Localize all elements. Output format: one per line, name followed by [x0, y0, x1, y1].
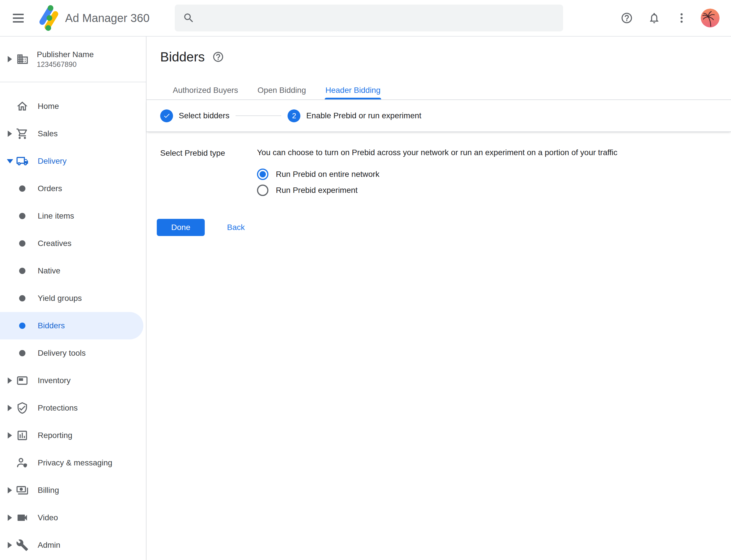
tab-header-bidding[interactable]: Header Bidding — [325, 81, 381, 99]
bullet-dot-icon — [16, 237, 29, 250]
wrench-icon — [16, 539, 29, 551]
triangle-right-icon — [8, 487, 12, 493]
avatar-palm-tree[interactable] — [701, 9, 720, 27]
stepper: Select bidders 2 Enable Prebid or run ex… — [147, 100, 731, 132]
tab-authorized-buyers[interactable]: Authorized Buyers — [172, 81, 239, 99]
triangle-right-icon — [8, 515, 12, 521]
triangle-right-icon — [8, 377, 12, 384]
sidebar-item-video[interactable]: Video — [0, 504, 143, 531]
bullet-dot-icon — [16, 347, 29, 359]
bullet-dot-icon — [16, 319, 29, 332]
publisher-id: 1234567890 — [37, 60, 94, 69]
bullet-dot-icon — [16, 210, 29, 222]
back-button[interactable]: Back — [221, 219, 251, 236]
sidebar-item-billing[interactable]: Billing — [0, 477, 143, 504]
ad-manager-logo — [38, 4, 59, 32]
sidebar-item-protections[interactable]: Protections — [0, 394, 143, 422]
prebid-type-section: Select Prebid type You can choose to tur… — [147, 132, 731, 198]
prebid-type-label: Select Prebid type — [160, 147, 257, 198]
search-icon — [183, 12, 195, 24]
triangle-right-icon — [8, 56, 12, 62]
shield-check-icon — [16, 402, 29, 414]
sidebar-nav: Home Sales Delivery — [0, 82, 146, 559]
sidebar-item-sales[interactable]: Sales — [0, 120, 143, 147]
search-input[interactable] — [202, 13, 555, 23]
step-1-completed-check-icon — [160, 109, 173, 122]
sidebar-item-home[interactable]: Home — [0, 93, 143, 120]
bullet-dot-icon — [16, 182, 29, 195]
triangle-right-icon — [8, 405, 12, 411]
bullet-dot-icon — [16, 292, 29, 305]
home-icon — [16, 100, 29, 113]
triangle-down-icon — [7, 159, 13, 163]
sidebar-item-reporting[interactable]: Reporting — [0, 422, 143, 449]
sidebar-item-yield-groups[interactable]: Yield groups — [0, 285, 143, 312]
top-app-bar: Ad Manager 360 — [0, 0, 731, 37]
sidebar: Publisher Name 1234567890 Home — [0, 37, 147, 560]
payments-icon — [16, 484, 29, 497]
building-icon — [16, 53, 29, 65]
step-2-number: 2 — [288, 109, 301, 122]
cart-icon — [16, 127, 29, 140]
sidebar-item-bidders[interactable]: Bidders — [0, 312, 143, 339]
video-camera-icon — [16, 511, 29, 524]
more-vertical-icon[interactable] — [671, 7, 692, 29]
sidebar-item-line-items[interactable]: Line items — [0, 202, 143, 230]
sidebar-item-orders[interactable]: Orders — [0, 175, 143, 202]
sidebar-item-delivery-tools[interactable]: Delivery tools — [0, 339, 143, 367]
sidebar-item-admin[interactable]: Admin — [0, 531, 143, 559]
main-content: Bidders Authorized Buyers Open Bidding H… — [147, 37, 731, 560]
help-icon[interactable] — [616, 7, 637, 29]
sidebar-item-inventory[interactable]: Inventory — [0, 367, 143, 394]
tab-open-bidding[interactable]: Open Bidding — [257, 81, 307, 99]
publisher-name: Publisher Name — [37, 49, 94, 60]
sidebar-item-native[interactable]: Native — [0, 257, 143, 285]
done-button[interactable]: Done — [157, 219, 205, 236]
triangle-right-icon — [8, 131, 12, 137]
bullet-dot-icon — [16, 265, 29, 277]
step-2-label: Enable Prebid or run experiment — [306, 111, 421, 120]
ad-unit-icon — [16, 374, 29, 387]
sidebar-item-delivery[interactable]: Delivery — [0, 147, 143, 175]
prebid-type-description: You can choose to turn on Prebid across … — [257, 147, 731, 158]
form-actions: Done Back — [157, 219, 731, 236]
search-bar[interactable] — [175, 5, 563, 31]
bar-chart-icon — [16, 429, 29, 442]
triangle-right-icon — [8, 542, 12, 548]
triangle-right-icon — [8, 432, 12, 439]
radio-selected-icon — [257, 169, 269, 180]
publisher-switcher[interactable]: Publisher Name 1234567890 — [0, 37, 146, 82]
person-shield-icon — [16, 457, 29, 469]
notifications-bell-icon[interactable] — [644, 7, 665, 29]
help-icon[interactable] — [212, 51, 224, 63]
app-title: Ad Manager 360 — [65, 12, 150, 25]
radio-unselected-icon — [257, 185, 269, 196]
radio-run-prebid-experiment[interactable]: Run Prebid experiment — [257, 182, 731, 198]
page-title: Bidders — [160, 49, 205, 65]
radio-run-prebid-entire-network[interactable]: Run Prebid on entire network — [257, 166, 731, 182]
step-connector — [236, 115, 281, 116]
truck-icon — [16, 155, 29, 167]
sidebar-item-creatives[interactable]: Creatives — [0, 230, 143, 257]
prebid-type-radio-group: Run Prebid on entire network Run Prebid … — [257, 166, 731, 198]
menu-icon[interactable] — [8, 8, 29, 28]
sidebar-item-privacy-messaging[interactable]: Privacy & messaging — [0, 449, 143, 477]
tab-bar: Authorized Buyers Open Bidding Header Bi… — [147, 81, 731, 100]
step-1-label: Select bidders — [179, 111, 229, 120]
